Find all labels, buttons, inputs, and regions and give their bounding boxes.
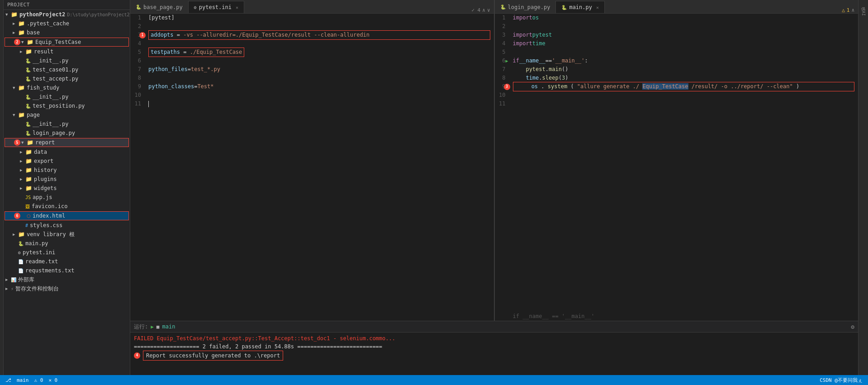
status-left: ⎇ main ⚠ 0 ✕ 0: [5, 377, 57, 383]
tree-item-equip-testcase[interactable]: 2 ▼ 📁 Equip_TestCase: [5, 38, 129, 47]
py-icon: 🐍: [25, 122, 31, 127]
py-icon: 🐍: [25, 67, 31, 72]
file-tree[interactable]: ▼ 📁 pythonProject2 D:\study\pythonProjec…: [4, 10, 130, 375]
activity-bar: [0, 0, 4, 375]
arrow-icon: ▶: [20, 168, 25, 172]
chevron-down-icon[interactable]: ∨: [487, 7, 490, 13]
code-line-3: 1 addopts = -vs --alluredir=./Equip_Test…: [148, 31, 490, 39]
tree-label: pythonProject2: [19, 11, 65, 18]
run-icon[interactable]: ▶: [151, 324, 154, 330]
badge-1: 1: [139, 32, 146, 38]
tab-main-py[interactable]: 🐍 main.py ✕: [556, 1, 605, 13]
tree-item-data[interactable]: ▶ 📁 data: [4, 147, 130, 157]
code-line-11: [148, 100, 490, 108]
run-icon[interactable]: ▶: [506, 57, 508, 65]
code-line-8: [148, 74, 490, 82]
tree-item-plugins[interactable]: ▶ 📁 plugins: [4, 175, 130, 184]
ini-icon: ⚙: [18, 250, 21, 255]
tree-item-index-html[interactable]: 6 ⬡ index.html: [5, 211, 129, 220]
tree-item-result[interactable]: ▶ 📁 result: [4, 47, 130, 56]
tree-item-requirements[interactable]: 📄 requstments.txt: [4, 266, 130, 275]
py-icon: 🐍: [25, 131, 31, 136]
chevron-up-icon[interactable]: ∧: [851, 7, 854, 13]
project-path: D:\study\pythonProject2: [67, 12, 129, 17]
strip-label-2[interactable]: AI: [861, 9, 866, 18]
tree-label: __init__.py: [33, 57, 68, 64]
arrow-icon: ▶: [20, 49, 25, 54]
warning-count: ⚠ 0: [34, 377, 43, 383]
arrow-icon: ▶: [20, 159, 25, 163]
status-right: CSDN @不要问我ぇ: [820, 377, 863, 384]
tree-item-scratch[interactable]: ▶ ⚡ 暂存文件和控制台: [4, 284, 130, 293]
tree-item-app-js[interactable]: JS app.js: [4, 193, 130, 202]
tab-close-icon[interactable]: ✕: [236, 5, 238, 10]
arrow-icon: ▶: [5, 277, 11, 282]
tree-item-init2[interactable]: 🐍 __init__.py: [4, 92, 130, 101]
tab-base-page-py[interactable]: 🐍 base_page.py: [130, 1, 189, 13]
tab-close-icon[interactable]: ✕: [596, 5, 599, 10]
arrow-icon: ▶: [5, 286, 11, 291]
tree-item-root[interactable]: ▼ 📁 pythonProject2 D:\study\pythonProjec…: [4, 10, 130, 19]
tree-label: readme.txt: [25, 258, 58, 265]
terminal-line-summary: ==================== 2 failed, 2 passed …: [134, 342, 854, 351]
tree-item-readme[interactable]: 📄 readme.txt: [4, 257, 130, 266]
tab-pytest-ini[interactable]: ⚙ pytest.ini ✕: [189, 1, 244, 13]
tree-item-history[interactable]: ▶ 📁 history: [4, 166, 130, 175]
arrow-icon: ▼: [21, 40, 27, 44]
tree-item-test-case01[interactable]: 🐍 test_case01.py: [4, 65, 130, 74]
code-line-6: [148, 57, 490, 65]
folder-icon: 📁: [25, 158, 32, 164]
tree-item-external-lib[interactable]: ▶ 📊 外部库: [4, 275, 130, 284]
tree-item-fish-study[interactable]: ▼ 📁 fish_study: [4, 83, 130, 92]
terminal-line-failed: FAILED Equip_TestCase/test_accept.py::Te…: [134, 334, 854, 342]
tab-login-page-py[interactable]: 🐍 login_page.py: [495, 1, 556, 13]
tree-label: venv library 根: [27, 231, 75, 238]
left-code-content[interactable]: [pytest] 1 addopts = -vs --alluredir: [145, 14, 494, 321]
tree-item-login-page[interactable]: 🐍 login_page.py: [4, 128, 130, 138]
tree-item-pytest-ini[interactable]: ⚙ pytest.ini: [4, 248, 130, 257]
code-line-10: [148, 91, 490, 100]
py-icon: 🐍: [25, 104, 31, 109]
branch-name: main: [17, 377, 29, 383]
gear-icon[interactable]: ⚙: [851, 323, 854, 330]
tree-item-styles-css[interactable]: # styles.css: [4, 221, 130, 230]
chevron-up-icon[interactable]: ∧: [482, 7, 485, 13]
tree-item-test-position[interactable]: 🐍 test_position.py: [4, 101, 130, 110]
code-line-3: import pytest: [513, 31, 855, 39]
tab-label: main.py: [569, 4, 592, 10]
tree-item-main-py[interactable]: 🐍 main.py: [4, 239, 130, 248]
tree-item-report[interactable]: 5 ▼ 📁 report: [5, 138, 129, 147]
right-tab-bar: 🐍 login_page.py 🐍 main.py ✕ △ 1 ∧: [495, 0, 859, 14]
badge-2: 2: [14, 39, 20, 45]
strip-label-1[interactable]: 偶: [860, 2, 866, 5]
py-icon: 🐍: [25, 76, 31, 81]
tree-label: 外部库: [18, 276, 34, 284]
tree-item-base[interactable]: ▶ 📁 base: [4, 28, 130, 37]
badge-5: 5: [14, 139, 20, 146]
folder-icon: 📁: [18, 29, 25, 36]
py-icon: 🐍: [18, 241, 24, 246]
tree-item-pytest-cache[interactable]: ▶ 📁 .pytest_cache: [4, 19, 130, 28]
tree-label: test_position.py: [33, 103, 85, 109]
tree-item-favicon[interactable]: 🖼 favicon.ico: [4, 202, 130, 211]
tree-item-venv[interactable]: ▶ 📁 venv library 根: [4, 230, 130, 239]
stop-icon[interactable]: ■: [157, 324, 160, 330]
tree-label: main.py: [25, 240, 48, 247]
tree-item-widgets[interactable]: ▶ 📁 widgets: [4, 184, 130, 193]
js-icon: JS: [25, 195, 31, 200]
folder-icon: 📁: [25, 48, 32, 55]
tree-item-init1[interactable]: 🐍 __init__.py: [4, 56, 130, 65]
tree-item-page[interactable]: ▼ 📁 page: [4, 110, 130, 119]
tree-item-init3[interactable]: 🐍 __init__.py: [4, 119, 130, 128]
tree-item-test-accept[interactable]: 🐍 test_accept.py: [4, 74, 130, 83]
tab-label: base_page.py: [143, 4, 183, 10]
code-line-2: [513, 22, 855, 31]
css-icon: #: [25, 223, 28, 228]
fold-count: ✓ 4: [471, 7, 480, 13]
tree-item-export[interactable]: ▶ 📁 export: [4, 157, 130, 166]
right-code-content[interactable]: import os import pytest: [509, 14, 859, 312]
badge-6: 6: [14, 213, 20, 219]
tree-label: Equip_TestCase: [35, 39, 81, 45]
badge-3: 3: [504, 84, 510, 90]
arrow-icon: ▶: [13, 21, 18, 26]
